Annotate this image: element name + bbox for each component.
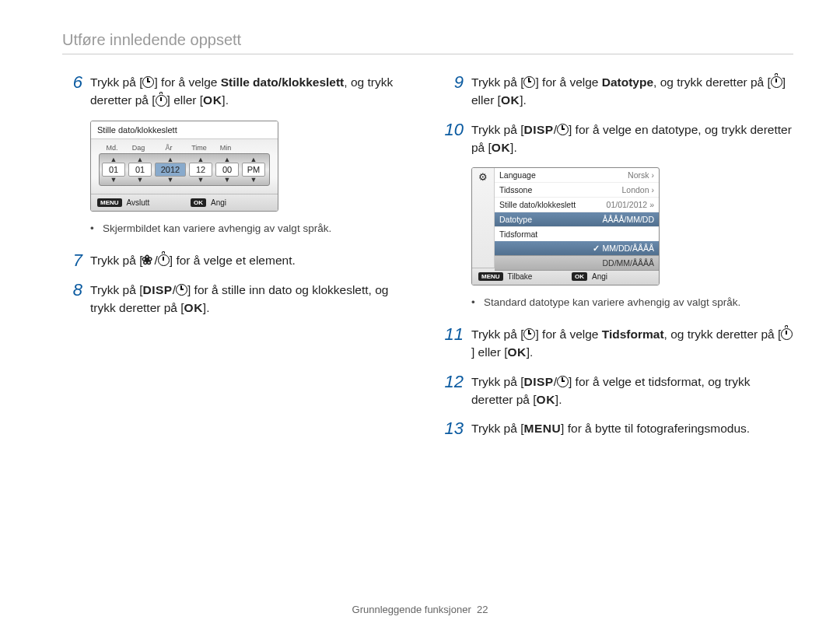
- step-number: 8: [62, 281, 82, 317]
- page-footer: Grunnleggende funksjoner 22: [0, 604, 840, 615]
- datetime-screen: Stille dato/klokkeslett Md. Dag År Time …: [90, 121, 278, 212]
- timer-icon: [142, 76, 154, 89]
- step-7: 7 Trykk på [/] for å velge et element.: [62, 251, 412, 270]
- back-hint: MENUTilbake: [472, 268, 565, 285]
- selftimer-icon: [156, 94, 167, 107]
- gear-icon: ⚙: [478, 171, 488, 183]
- step-number: 6: [62, 73, 82, 110]
- column-headers: Md. Dag År Time Min: [99, 144, 270, 152]
- hour-spinner[interactable]: ▲12▼: [189, 156, 212, 183]
- step-text: Trykk på [] for å velge Stille dato/klok…: [90, 73, 412, 110]
- step-9: 9 Trykk på [] for å velge Datotype, og t…: [443, 73, 793, 110]
- step-text: Trykk på [] for å velge Datotype, og try…: [471, 73, 793, 110]
- month-spinner[interactable]: ▲01▼: [102, 156, 125, 183]
- exit-hint: MENUAvslutt: [91, 194, 184, 211]
- timer-icon: [557, 375, 569, 387]
- step-text: Trykk på [DISP/] for å stille inn dato o…: [90, 281, 412, 317]
- screen-title: Stille dato/klokkeslett: [91, 121, 278, 139]
- timer-icon: [176, 284, 187, 296]
- step-10: 10 Trykk på [DISP/] for å velge en datot…: [443, 121, 793, 157]
- settings-list: LanguageNorsk› TidssoneLondon› Stille da…: [495, 168, 659, 268]
- list-item[interactable]: LanguageNorsk›: [495, 168, 659, 183]
- step-text: Trykk på [] for å velge Tidsformat, og t…: [471, 325, 793, 362]
- step-text: Trykk på [DISP/] for å velge et tidsform…: [471, 373, 793, 409]
- list-item[interactable]: Tidsformat: [495, 227, 659, 241]
- step-number: 7: [62, 251, 82, 270]
- timer-icon: [523, 76, 535, 89]
- timer-icon: [523, 328, 535, 341]
- step-number: 9: [443, 73, 464, 110]
- note: • Standard datotype kan variere avhengig…: [471, 296, 793, 308]
- selftimer-icon: [771, 76, 782, 89]
- minute-spinner[interactable]: ▲00▼: [215, 156, 239, 183]
- selftimer-icon: [781, 328, 793, 341]
- divider: [62, 54, 793, 54]
- note: • Skjermbildet kan variere avhengig av v…: [90, 222, 412, 234]
- year-spinner[interactable]: ▲2012▼: [155, 156, 186, 183]
- step-number: 11: [443, 325, 464, 362]
- step-number: 10: [443, 121, 464, 157]
- timer-icon: [557, 123, 569, 135]
- macro-icon: [142, 254, 154, 266]
- step-12: 12 Trykk på [DISP/] for å velge et tidsf…: [443, 373, 793, 409]
- set-hint: OKAngi: [565, 268, 659, 285]
- ampm-spinner[interactable]: ▲PM▼: [242, 156, 265, 183]
- step-6: 6 Trykk på [] for å velge Stille dato/kl…: [62, 73, 412, 110]
- step-text: Trykk på [/] for å velge et element.: [90, 251, 412, 270]
- step-8: 8 Trykk på [DISP/] for å stille inn dato…: [62, 281, 412, 317]
- step-number: 13: [443, 419, 464, 438]
- list-item-selected[interactable]: DatotypeÅÅÅÅ/MM/DD: [495, 212, 659, 227]
- day-spinner[interactable]: ▲01▼: [128, 156, 152, 183]
- step-text: Trykk på [DISP/] for å velge en datotype…: [471, 121, 793, 157]
- step-number: 12: [443, 373, 464, 409]
- page-title: Utføre innledende oppsett: [62, 31, 793, 49]
- selftimer-icon: [158, 254, 170, 266]
- list-item[interactable]: Stille dato/klokkeslett01/01/2012»: [495, 198, 659, 212]
- list-item[interactable]: TidssoneLondon›: [495, 183, 659, 198]
- step-13: 13 Trykk på [MENU] for å bytte til fotog…: [443, 419, 793, 438]
- settings-menu-screen: ⚙ LanguageNorsk› TidssoneLondon› Stille …: [471, 167, 660, 285]
- option-selected[interactable]: ✓MM/DD/ÅÅÅÅ: [495, 241, 659, 256]
- settings-tab-icon: ⚙: [472, 168, 495, 268]
- step-11: 11 Trykk på [] for å velge Tidsformat, o…: [443, 325, 793, 362]
- step-text: Trykk på [MENU] for å bytte til fotograf…: [471, 419, 793, 438]
- set-hint: OKAngi: [184, 194, 278, 211]
- datetime-spinners[interactable]: ▲01▼ ▲01▼ ▲2012▼ ▲12▼ ▲00▼ ▲PM▼: [99, 153, 270, 186]
